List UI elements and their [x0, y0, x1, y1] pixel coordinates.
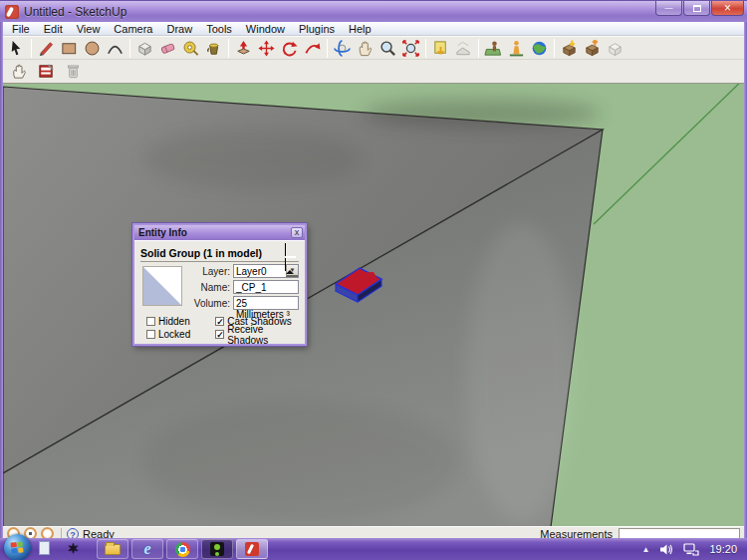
menu-camera[interactable]: Camera	[107, 22, 159, 36]
style-plugin-button[interactable]	[33, 61, 60, 83]
line-tool-button[interactable]	[35, 38, 58, 59]
volume-icon[interactable]	[659, 543, 673, 556]
push-pull-icon	[234, 39, 253, 58]
orbit-icon	[333, 39, 352, 58]
get-models-button[interactable]	[558, 38, 581, 59]
locked-checkbox[interactable]: Locked	[146, 329, 215, 340]
google-earth-button[interactable]	[528, 38, 551, 59]
hidden-checkbox-box[interactable]	[146, 317, 155, 326]
locked-label: Locked	[158, 329, 190, 340]
cast-shadows-checkbox-box[interactable]: ✓	[215, 317, 224, 326]
eraser-tool-button[interactable]	[156, 38, 179, 59]
hidden-checkbox[interactable]: Hidden	[146, 316, 215, 327]
circle-icon	[83, 39, 102, 58]
receive-shadows-checkbox[interactable]: ✓ Receive Shadows	[215, 329, 299, 340]
circle-tool-button[interactable]	[81, 38, 104, 59]
add-location-icon	[484, 39, 503, 58]
push-pull-button[interactable]	[232, 38, 255, 59]
toggle-details-button[interactable]	[285, 244, 297, 259]
taskbar-ie-button[interactable]: e	[131, 539, 163, 559]
menu-window[interactable]: Window	[239, 22, 292, 36]
style-tool-icon	[37, 62, 56, 81]
name-label: Name:	[201, 282, 230, 293]
rectangle-tool-button[interactable]	[58, 38, 81, 59]
start-button[interactable]	[4, 534, 31, 560]
pan-tool-button[interactable]	[354, 38, 376, 59]
title-bar[interactable]: Untitled - SketchUp — ×	[0, 0, 747, 22]
window-border-left	[0, 22, 3, 543]
select-arrow-icon	[7, 39, 26, 58]
document-icon	[39, 541, 50, 555]
minimize-icon: —	[665, 3, 673, 13]
add-location-button[interactable]	[482, 38, 505, 59]
taskbar-item-notes[interactable]	[39, 541, 54, 557]
main-toolbar	[3, 36, 744, 59]
network-icon[interactable]	[683, 543, 699, 556]
mesh-plugin-button[interactable]	[60, 61, 87, 83]
viewport-canvas	[3, 84, 744, 527]
toggle-terrain-button[interactable]	[452, 38, 475, 59]
share-model-button[interactable]	[581, 38, 604, 59]
entity-info-dialog[interactable]: Entity Info x Solid Group (1 in model) L…	[132, 223, 307, 346]
menu-edit[interactable]: Edit	[37, 22, 70, 36]
offset-icon	[303, 39, 322, 58]
offset-tool-button[interactable]	[301, 38, 324, 59]
receive-shadows-checkbox-box[interactable]: ✓	[215, 330, 224, 339]
make-component-button[interactable]	[133, 38, 156, 59]
zoom-extents-button[interactable]	[399, 38, 422, 59]
entity-info-title: Entity Info	[138, 227, 291, 238]
select-tool-button[interactable]	[5, 38, 28, 59]
get-current-view-button[interactable]	[429, 38, 452, 59]
menu-file[interactable]: File	[5, 22, 37, 36]
zoom-tool-button[interactable]	[376, 38, 399, 59]
tray-expand-icon[interactable]: ▲	[642, 545, 650, 554]
paint-bucket-icon	[204, 39, 223, 58]
arc-tool-button[interactable]	[104, 38, 126, 59]
taskbar-app-button[interactable]	[201, 539, 233, 559]
maximize-button[interactable]	[683, 1, 710, 16]
component-box-icon	[135, 39, 154, 58]
minimize-button[interactable]: —	[655, 1, 682, 16]
paint-bucket-button[interactable]	[202, 38, 225, 59]
material-thumbnail[interactable]	[142, 266, 182, 306]
chrome-icon	[175, 542, 190, 557]
share-component-icon	[606, 39, 624, 58]
taskbar-explorer-button[interactable]	[97, 539, 128, 559]
photo-textures-button[interactable]	[505, 38, 528, 59]
orbit-tool-button[interactable]	[331, 38, 354, 59]
hand-plugin-button[interactable]	[6, 61, 33, 83]
pan-hand-icon	[356, 39, 374, 58]
volume-label: Volume:	[194, 298, 230, 309]
menu-tools[interactable]: Tools	[199, 22, 239, 36]
plugin-toolbar	[3, 59, 744, 83]
zoom-extents-icon	[401, 39, 420, 58]
close-button[interactable]: ×	[711, 1, 744, 16]
windows-logo-icon	[10, 541, 23, 553]
folder-icon	[105, 544, 121, 555]
maximize-icon	[693, 5, 701, 12]
locked-checkbox-box[interactable]	[146, 330, 155, 339]
window-title: Untitled - SketchUp	[24, 5, 126, 19]
taskbar-item-app[interactable]: ✶	[68, 541, 83, 557]
entity-info-title-bar[interactable]: Entity Info x	[134, 225, 305, 240]
layer-label: Layer:	[202, 266, 230, 277]
taskbar-clock[interactable]: 19:20	[709, 543, 737, 555]
trash-icon	[64, 62, 83, 81]
taskbar-chrome-button[interactable]	[166, 539, 198, 559]
photo-figure-icon	[507, 39, 526, 58]
menu-draw[interactable]: Draw	[159, 22, 199, 36]
green-figure-icon	[210, 542, 224, 556]
menu-view[interactable]: View	[70, 22, 108, 36]
move-tool-button[interactable]	[255, 38, 278, 59]
entity-info-close-button[interactable]: x	[291, 227, 303, 238]
tape-measure-icon	[181, 39, 200, 58]
tape-measure-button[interactable]	[179, 38, 202, 59]
rotate-tool-button[interactable]	[278, 38, 301, 59]
taskbar-sketchup-button[interactable]	[236, 539, 268, 559]
move-arrows-icon	[257, 39, 276, 58]
menu-help[interactable]: Help	[342, 22, 378, 36]
model-viewport[interactable]	[3, 83, 744, 526]
share-component-button[interactable]	[604, 38, 626, 59]
name-input[interactable]: _CP_1	[233, 280, 299, 294]
menu-plugins[interactable]: Plugins	[292, 22, 342, 36]
